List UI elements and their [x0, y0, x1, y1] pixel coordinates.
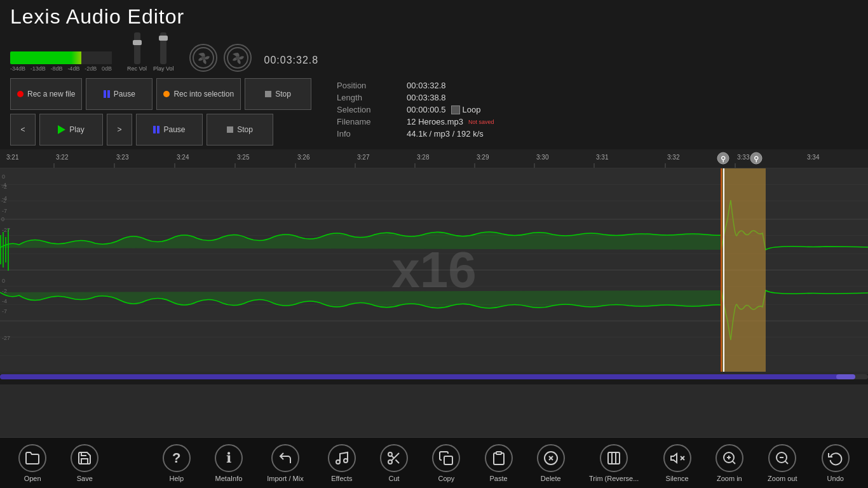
position-label: Position	[337, 81, 400, 90]
svg-rect-53	[8, 229, 9, 271]
prev-button[interactable]: <	[10, 114, 36, 146]
effects-icon	[328, 444, 356, 472]
effects-button[interactable]: Effects	[323, 440, 361, 486]
filename-value: 12 Heroes.mp3 Not saved	[407, 117, 534, 126]
selection-region	[721, 168, 766, 372]
trim-button[interactable]: Trim (Reverse...	[584, 440, 644, 486]
svg-text:-7: -7	[2, 308, 7, 315]
svg-point-67	[344, 459, 348, 463]
svg-text:-4: -4	[2, 195, 7, 201]
zoom-in-button[interactable]: Zoom in	[710, 440, 749, 486]
svg-text:-4: -4	[2, 298, 7, 304]
vu-label-3: -8dB	[51, 65, 63, 72]
timer-display: 00:03:32.8	[264, 55, 319, 66]
paste-icon	[485, 444, 513, 472]
svg-text:-2: -2	[2, 288, 7, 294]
help-button[interactable]: ? Help	[158, 440, 196, 486]
zoomin-icon	[715, 444, 743, 472]
copy-icon	[432, 444, 460, 472]
svg-text:3:33: 3:33	[737, 154, 750, 161]
cut-icon	[380, 444, 408, 472]
undo-icon	[822, 444, 850, 472]
svg-text:-27: -27	[2, 335, 10, 341]
svg-text:0: 0	[1, 216, 4, 222]
pause-top-button[interactable]: Pause	[86, 78, 153, 110]
zoom-out-button[interactable]: Zoom out	[763, 440, 802, 486]
zoomout-icon	[768, 444, 796, 472]
meta-icon: ℹ	[215, 444, 243, 472]
next-button[interactable]: >	[107, 114, 132, 146]
vu-label-4: -4dB	[67, 65, 79, 72]
play-button[interactable]: Play	[39, 114, 103, 146]
selection-row: 00:00:00.5 Loop	[407, 105, 534, 114]
svg-marker-81	[671, 454, 677, 463]
svg-text:⚲: ⚲	[721, 155, 726, 163]
svg-point-68	[388, 452, 392, 456]
vu-label-6: 0dB	[102, 65, 112, 72]
length-value: 00:03:38.8	[407, 93, 534, 102]
pause-bot-button[interactable]: Pause	[136, 114, 203, 146]
import-mix-button[interactable]: Import / Mix	[262, 440, 308, 486]
loop-checkbox[interactable]: Loop	[451, 105, 481, 114]
rec-into-selection-button[interactable]: Rec into selection	[156, 78, 241, 110]
svg-text:3:26: 3:26	[297, 154, 310, 161]
rec-vol-control[interactable]: Rec Vol	[127, 32, 147, 72]
silence-button[interactable]: Silence	[658, 440, 696, 486]
length-label: Length	[337, 93, 400, 102]
copy-button[interactable]: Copy	[427, 440, 465, 486]
svg-text:-7: -7	[2, 208, 7, 214]
metainfo-button[interactable]: ℹ MetaInfo	[210, 440, 248, 486]
info-label: Info	[337, 129, 400, 139]
info-value: 44.1k / mp3 / 192 k/s	[407, 129, 534, 139]
not-saved-badge: Not saved	[468, 119, 494, 125]
svg-rect-73	[444, 456, 452, 464]
trim-icon	[600, 444, 628, 472]
svg-rect-52	[5, 237, 6, 262]
delete-icon	[537, 444, 565, 472]
svg-text:3:21: 3:21	[6, 154, 19, 161]
waveform-container[interactable]: 3:21 3:22 3:23 3:24 3:25 3:26 3:27 3:28 …	[0, 149, 868, 437]
play-vol-control[interactable]: Play Vol	[153, 32, 174, 72]
svg-line-85	[732, 461, 735, 463]
vu-label-1: -34dB	[10, 65, 25, 72]
svg-line-89	[785, 461, 788, 463]
svg-text:3:29: 3:29	[477, 154, 489, 161]
play-fan-icon	[224, 44, 252, 72]
svg-text:-27: -27	[2, 227, 10, 233]
rec-new-button[interactable]: Rec a new file	[10, 78, 82, 110]
app-title: Lexis Audio Editor	[10, 5, 306, 29]
stop-bot-button[interactable]: Stop	[207, 114, 273, 146]
waveform-canvas[interactable]: x16 0 -2	[0, 168, 868, 372]
vu-label-2: -13dB	[31, 65, 46, 72]
bottom-toolbar: Open Save ? Help ℹ Me	[0, 437, 868, 488]
svg-point-3	[236, 56, 240, 60]
cut-button[interactable]: Cut	[375, 440, 413, 486]
svg-text:3:27: 3:27	[357, 154, 370, 161]
stop-square	[265, 91, 271, 97]
svg-rect-50	[0, 235, 1, 264]
open-button[interactable]: Open	[13, 440, 51, 486]
svg-rect-74	[496, 452, 501, 454]
svg-rect-78	[608, 452, 620, 464]
vu-label-5: -2dB	[85, 65, 97, 72]
svg-text:3:23: 3:23	[116, 154, 129, 161]
delete-button[interactable]: Delete	[532, 440, 570, 486]
open-icon	[18, 444, 46, 472]
svg-rect-51	[3, 232, 4, 268]
selection-label: Selection	[337, 105, 400, 114]
svg-text:-2: -2	[2, 184, 7, 190]
svg-point-66	[336, 460, 340, 464]
position-value: 00:03:32.8	[407, 81, 534, 90]
rec-sel-dot	[163, 91, 170, 97]
play-triangle	[58, 125, 65, 134]
vu-meter-container: -34dB -13dB -8dB -4dB -2dB 0dB	[10, 51, 112, 72]
paste-button[interactable]: Paste	[480, 440, 518, 486]
svg-text:⚲: ⚲	[754, 155, 759, 163]
scrollbar[interactable]	[0, 374, 868, 384]
save-button[interactable]: Save	[65, 440, 104, 486]
undo-button[interactable]: Undo	[817, 440, 855, 486]
save-icon	[71, 444, 98, 472]
svg-point-69	[388, 460, 392, 464]
filename-label: Filename	[337, 117, 400, 126]
stop-top-button[interactable]: Stop	[245, 78, 311, 110]
